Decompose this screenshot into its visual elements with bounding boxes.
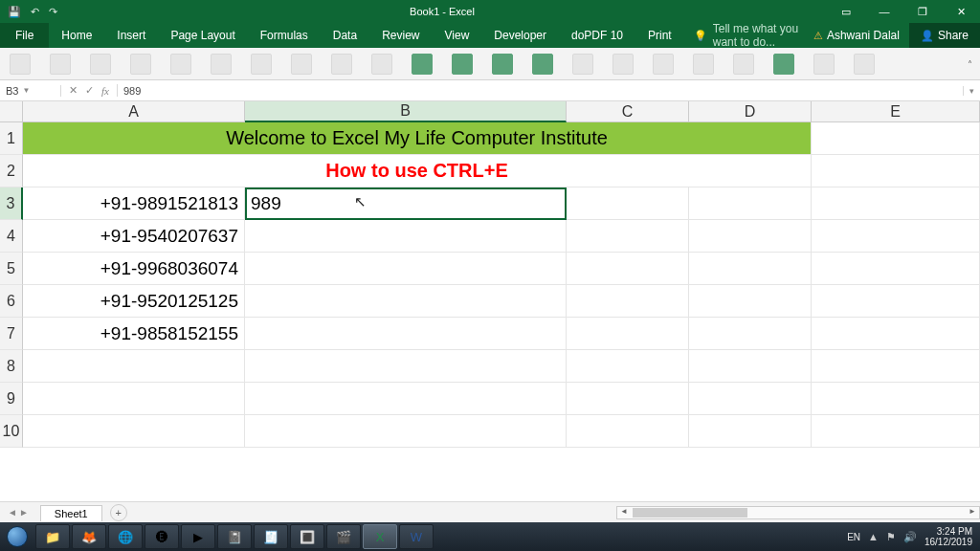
taskbar-app[interactable]: ▶	[181, 524, 215, 549]
fx-icon[interactable]: fx	[101, 85, 109, 97]
taskbar-app[interactable]: 📁	[35, 524, 70, 549]
cell[interactable]	[812, 122, 980, 155]
cell-subtitle[interactable]: How to use CTRL+E	[23, 155, 812, 187]
cell[interactable]	[245, 220, 567, 253]
row-header[interactable]: 8	[0, 350, 23, 383]
cell[interactable]	[567, 285, 689, 318]
tab-file[interactable]: File	[0, 23, 49, 48]
horizontal-scrollbar[interactable]: ◄ ►	[616, 506, 980, 519]
cmd-button[interactable]	[130, 54, 151, 75]
tab-page-layout[interactable]: Page Layout	[158, 23, 247, 48]
taskbar-app[interactable]: 🅔	[145, 524, 179, 549]
cell[interactable]	[567, 253, 689, 285]
cell[interactable]	[689, 285, 812, 318]
taskbar-app[interactable]: 🦊	[72, 524, 106, 549]
undo-icon[interactable]: ↶	[31, 6, 39, 18]
account-user[interactable]: ⚠Ashwani Dalal	[804, 23, 909, 48]
row-header[interactable]: 3	[0, 187, 23, 220]
sheet-prev-icon[interactable]: ◄	[8, 507, 17, 518]
row-header[interactable]: 2	[0, 155, 23, 187]
cell-a5[interactable]: +91-9968036074	[23, 253, 245, 285]
save-icon[interactable]: 💾	[8, 6, 21, 18]
redo-icon[interactable]: ↷	[49, 6, 57, 18]
cell[interactable]	[689, 187, 812, 220]
cmd-button[interactable]	[10, 54, 31, 75]
cell-b3[interactable]: 989	[245, 187, 567, 220]
minimize-icon[interactable]: —	[865, 0, 903, 23]
cell[interactable]	[23, 350, 245, 383]
cmd-button[interactable]	[813, 54, 835, 75]
collapse-ribbon-icon[interactable]: ˄	[968, 59, 972, 70]
clock[interactable]: 3:24 PM 16/12/2019	[924, 526, 972, 547]
row-header[interactable]: 4	[0, 220, 23, 253]
cancel-icon[interactable]: ✕	[69, 84, 78, 97]
cell[interactable]	[567, 415, 689, 448]
taskbar-app[interactable]: 🔳	[290, 524, 324, 549]
cell[interactable]	[567, 383, 689, 415]
cell[interactable]	[245, 318, 567, 350]
cmd-button[interactable]	[291, 54, 312, 75]
cell[interactable]	[23, 415, 245, 448]
taskbar-excel[interactable]: X	[363, 524, 397, 549]
cmd-button[interactable]	[371, 54, 392, 75]
cell[interactable]	[567, 220, 689, 253]
cell[interactable]	[812, 415, 980, 448]
select-all-button[interactable]	[0, 101, 23, 122]
ribbon-options-icon[interactable]: ▭	[827, 0, 865, 23]
row-header[interactable]: 5	[0, 253, 23, 285]
cmd-button[interactable]	[452, 54, 473, 75]
restore-icon[interactable]: ❐	[903, 0, 942, 23]
cell-a7[interactable]: +91-9858152155	[23, 318, 245, 350]
cell[interactable]	[812, 220, 980, 253]
cmd-button[interactable]	[251, 54, 272, 75]
cell[interactable]	[812, 318, 980, 350]
col-header-d[interactable]: D	[689, 101, 812, 122]
lang-indicator[interactable]: EN	[847, 532, 860, 542]
tell-me-search[interactable]: 💡Tell me what you want to do...	[684, 23, 804, 48]
cell[interactable]	[689, 383, 812, 415]
taskbar-app[interactable]: 🧾	[254, 524, 288, 549]
cmd-button[interactable]	[693, 54, 714, 75]
tray-icon[interactable]: ▲	[868, 531, 879, 542]
cmd-button[interactable]	[331, 54, 352, 75]
scroll-thumb[interactable]	[633, 508, 747, 518]
cmd-button[interactable]	[492, 54, 513, 75]
sheet-tab[interactable]: Sheet1	[40, 505, 102, 521]
row-header[interactable]: 9	[0, 383, 23, 415]
tab-developer[interactable]: Developer	[481, 23, 559, 48]
col-header-b[interactable]: B	[245, 101, 567, 122]
name-box[interactable]: B3▼	[0, 85, 61, 97]
cell[interactable]	[245, 285, 567, 318]
cell-a4[interactable]: +91-9540207637	[23, 220, 245, 253]
cell[interactable]	[567, 187, 689, 220]
scroll-left-icon[interactable]: ◄	[617, 507, 631, 518]
tab-formulas[interactable]: Formulas	[248, 23, 321, 48]
tab-home[interactable]: Home	[49, 23, 104, 48]
cmd-button[interactable]	[612, 54, 634, 75]
sheet-next-icon[interactable]: ►	[19, 507, 29, 518]
chevron-down-icon[interactable]: ▼	[22, 86, 30, 95]
action-center-icon[interactable]: ⚑	[886, 531, 896, 543]
tab-review[interactable]: Review	[369, 23, 432, 48]
cell[interactable]	[689, 253, 812, 285]
cell-title[interactable]: Welcome to Excel My Life Computer Instit…	[23, 122, 812, 155]
cell[interactable]	[245, 383, 567, 415]
cmd-button[interactable]	[653, 54, 674, 75]
row-header[interactable]: 1	[0, 122, 23, 155]
cell[interactable]	[689, 220, 812, 253]
tab-view[interactable]: View	[433, 23, 482, 48]
start-button[interactable]	[0, 522, 34, 551]
col-header-a[interactable]: A	[23, 101, 245, 122]
cell[interactable]	[812, 187, 980, 220]
col-header-c[interactable]: C	[567, 101, 689, 122]
cmd-button[interactable]	[170, 54, 191, 75]
taskbar-app[interactable]: 🎬	[326, 524, 361, 549]
cell[interactable]	[812, 253, 980, 285]
cell[interactable]	[812, 285, 980, 318]
cmd-button[interactable]	[90, 54, 111, 75]
scroll-right-icon[interactable]: ►	[966, 507, 979, 518]
taskbar-app[interactable]: 📓	[217, 524, 252, 549]
taskbar-word[interactable]: W	[399, 524, 434, 549]
formula-bar[interactable]: 989	[118, 85, 963, 97]
cmd-button[interactable]	[412, 54, 433, 75]
